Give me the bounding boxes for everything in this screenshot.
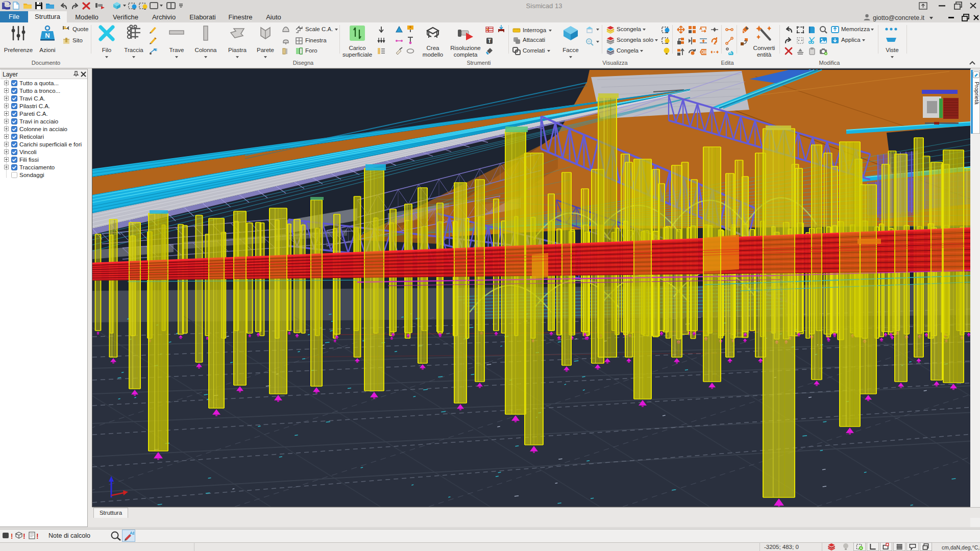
- svg-text:T: T: [488, 38, 491, 44]
- svg-text:!: !: [36, 532, 39, 540]
- svg-text:!: !: [23, 532, 26, 540]
- svg-text:AB: AB: [130, 531, 134, 536]
- svg-text:!: !: [11, 532, 12, 540]
- svg-text:N: N: [45, 32, 50, 39]
